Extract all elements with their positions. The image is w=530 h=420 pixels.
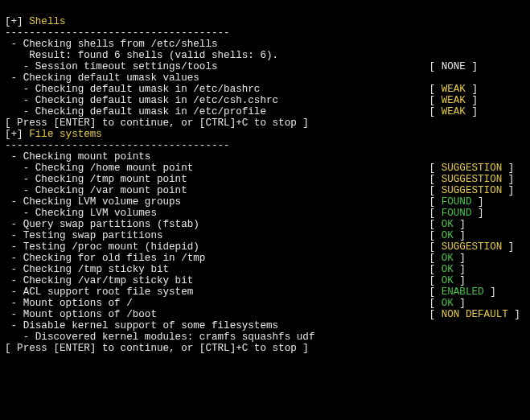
section-header: [+] File systems — [5, 129, 525, 140]
check-text: Query swap partitions (fstab) — [23, 219, 199, 230]
check-text: Checking /var mount point — [35, 185, 187, 196]
status-value: OK — [442, 264, 454, 275]
check-status: [ WEAK ] — [429, 84, 525, 95]
check-text: Testing /proc mount (hidepid) — [23, 241, 199, 253]
bullet-icon: - — [5, 320, 23, 331]
status-value: WEAK — [442, 84, 466, 95]
check-text: Checking LVM volume groups — [23, 196, 182, 208]
check-line: - ACL support root file system[ ENABLED … — [5, 286, 525, 298]
bullet-icon: - — [5, 241, 23, 253]
check-line: - Checking /var mount point[ SUGGESTION … — [5, 185, 525, 196]
bullet-icon: - — [5, 185, 35, 196]
status-value: SUGGESTION — [442, 174, 503, 185]
check-text: Checking default umask in /etc/profile — [35, 106, 266, 117]
check-line: - Checking default umask values — [5, 72, 525, 84]
check-label: - ACL support root file system — [5, 286, 429, 298]
check-text: Discovered kernel modules: cramfs squash… — [35, 331, 315, 343]
check-label: - Mount options of /boot — [5, 309, 429, 320]
continue-prompt[interactable]: [ Press [ENTER] to continue, or [CTRL]+C… — [5, 117, 525, 129]
status-value: OK — [442, 298, 454, 309]
bullet-icon: - — [5, 106, 35, 117]
check-text: Checking /home mount point — [35, 163, 194, 174]
check-line: - Checking default umask in /etc/csh.csh… — [5, 95, 525, 106]
continue-prompt[interactable]: [ Press [ENTER] to continue, or [CTRL]+C… — [5, 343, 525, 354]
status-value: NONE — [442, 61, 466, 72]
check-line: - Checking default umask in /etc/bashrc[… — [5, 84, 525, 95]
check-status: [ OK ] — [429, 230, 525, 241]
check-line: - Checking /home mount point[ SUGGESTION… — [5, 163, 525, 174]
check-line: - Disable kernel support of some filesys… — [5, 320, 525, 331]
bullet-icon: - — [5, 219, 23, 230]
check-text: Checking LVM volumes — [35, 208, 157, 219]
bullet-icon: - — [5, 275, 23, 286]
check-text: ACL support root file system — [23, 286, 194, 298]
check-label: - Mount options of / — [5, 298, 429, 309]
status-value: OK — [442, 275, 454, 286]
check-line: - Checking default umask in /etc/profile… — [5, 106, 525, 117]
check-status: [ FOUND ] — [429, 196, 525, 208]
check-text: Result: found 6 shells (valid shells: 6)… — [11, 50, 279, 61]
check-status: [ NONE ] — [429, 61, 525, 72]
bullet-icon: - — [5, 163, 35, 174]
status-value: OK — [442, 219, 454, 230]
check-status: [ NON DEFAULT ] — [429, 309, 525, 320]
bullet-icon: - — [5, 61, 35, 72]
check-label: - Testing swap partitions — [5, 230, 429, 241]
check-line: - Checking for old files in /tmp[ OK ] — [5, 253, 525, 264]
check-text: Checking /tmp sticky bit — [23, 264, 169, 275]
check-line: - Checking /var/tmp sticky bit[ OK ] — [5, 275, 525, 286]
check-text: Checking shells from /etc/shells — [23, 39, 218, 50]
check-label: - Checking default umask in /etc/bashrc — [5, 84, 429, 95]
check-label: - Checking /tmp mount point — [5, 174, 429, 185]
check-status: [ ENABLED ] — [429, 286, 525, 298]
continue-prompt-text: [ Press [ENTER] to continue, or [CTRL]+C… — [5, 117, 309, 129]
status-value: FOUND — [442, 208, 472, 219]
check-line: - Checking shells from /etc/shells — [5, 39, 525, 50]
check-label: - Checking mount points — [5, 151, 431, 163]
check-line: - Testing /proc mount (hidepid)[ SUGGEST… — [5, 241, 525, 253]
check-text: Checking /var/tmp sticky bit — [23, 275, 194, 286]
check-text: Checking default umask in /etc/csh.cshrc — [35, 95, 278, 106]
status-value: WEAK — [442, 106, 466, 117]
check-line: - Checking LVM volumes[ FOUND ] — [5, 208, 525, 219]
check-line: - Checking mount points — [5, 151, 525, 163]
check-label: - Checking shells from /etc/shells — [5, 39, 431, 50]
check-status: [ OK ] — [429, 219, 525, 230]
check-label: - Checking default umask in /etc/profile — [5, 106, 429, 117]
section-title: File systems — [29, 129, 102, 140]
check-status: [ SUGGESTION ] — [429, 185, 525, 196]
check-line: - Checking /tmp mount point[ SUGGESTION … — [5, 174, 525, 185]
status-value: NON DEFAULT — [442, 309, 508, 320]
check-text: Session timeout settings/tools — [35, 61, 218, 72]
bullet-icon: - — [5, 95, 35, 106]
status-value: ENABLED — [442, 286, 484, 298]
bullet-icon: - — [5, 331, 35, 343]
check-line: - Testing swap partitions[ OK ] — [5, 230, 525, 241]
check-line: - Checking /tmp sticky bit[ OK ] — [5, 264, 525, 275]
check-label: - Checking LVM volumes — [5, 208, 429, 219]
check-line: - Mount options of /[ OK ] — [5, 298, 525, 309]
check-label: Result: found 6 shells (valid shells: 6)… — [5, 50, 431, 61]
check-label: - Checking /var/tmp sticky bit — [5, 275, 429, 286]
check-label: - Checking for old files in /tmp — [5, 253, 429, 264]
check-text: Mount options of /boot — [23, 309, 157, 320]
check-label: - Session timeout settings/tools — [5, 61, 429, 72]
check-label: - Testing /proc mount (hidepid) — [5, 241, 429, 253]
bullet-icon: - — [5, 174, 35, 185]
check-label: - Checking default umask values — [5, 72, 431, 84]
check-line: - Session timeout settings/tools[ NONE ] — [5, 61, 525, 72]
check-text: Disable kernel support of some filesyste… — [23, 320, 278, 331]
continue-prompt-text: [ Press [ENTER] to continue, or [CTRL]+C… — [5, 343, 309, 354]
check-line: - Discovered kernel modules: cramfs squa… — [5, 331, 525, 343]
status-value: OK — [442, 230, 454, 241]
check-label: - Query swap partitions (fstab) — [5, 219, 429, 230]
bullet-icon: - — [5, 208, 35, 219]
check-status: [ FOUND ] — [429, 208, 525, 219]
bullet-icon: - — [5, 84, 35, 95]
check-status: [ SUGGESTION ] — [429, 241, 525, 253]
status-value: SUGGESTION — [442, 163, 503, 174]
check-status: [ OK ] — [429, 275, 525, 286]
check-text: Testing swap partitions — [23, 230, 163, 241]
bullet-icon: - — [5, 39, 23, 50]
check-status: [ WEAK ] — [429, 106, 525, 117]
